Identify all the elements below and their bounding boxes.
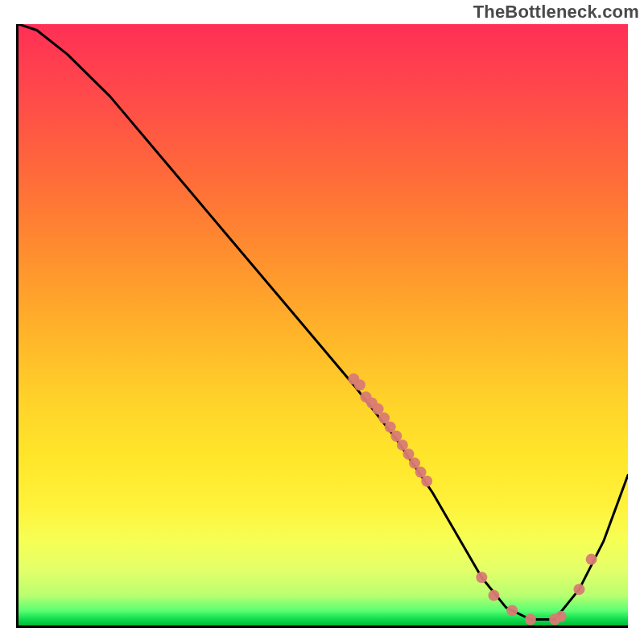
recommended-points-group: [348, 374, 597, 625]
recommended-point: [525, 614, 536, 625]
recommended-point: [586, 554, 597, 565]
recommended-point: [573, 584, 584, 595]
recommended-point: [354, 379, 365, 390]
chart-container: TheBottleneck.com: [0, 0, 644, 644]
recommended-point: [476, 572, 487, 583]
recommended-point: [555, 611, 567, 622]
watermark-label: TheBottleneck.com: [473, 2, 639, 23]
chart-overlay: [19, 24, 628, 625]
recommended-point: [488, 590, 499, 601]
recommended-point: [506, 605, 518, 616]
plot-area: [16, 24, 628, 628]
bottleneck-curve-path: [19, 24, 628, 620]
recommended-point: [421, 476, 432, 487]
